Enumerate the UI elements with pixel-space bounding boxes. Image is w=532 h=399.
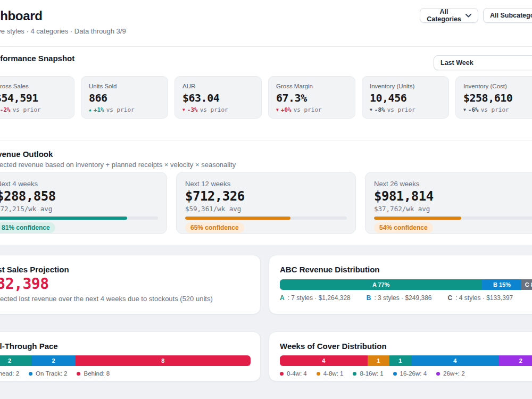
legend-text: Behind: 8 [84,370,110,377]
kpi-card-gross-margin: Gross Margin 67.3% ▼ +0% vs prior [268,76,355,119]
legend-dot-icon [29,372,32,376]
dashboard-screen: Dashboard 14 active styles · 4 categorie… [0,0,532,399]
outlook-card-12-weeks: Next 12 weeks $712,326 $59,361/wk avg 65… [176,172,356,234]
sell-through-segment-on-track: 2 [31,355,75,366]
revenue-outlook-title: Revenue Outlook [0,149,53,159]
abc-distribution-title: ABC Revenue Distribution [280,265,532,274]
lost-sales-title: Lost Sales Projection [0,265,250,274]
weeks-cover-segment-26w-plus: 2 [499,355,532,366]
delta-suffix: vs prior [13,106,41,113]
legend-item: Ahead: 2 [0,370,19,377]
category-filter-label: All Categories [427,8,461,23]
legend-item: 0-4w: 4 [280,370,307,377]
legend-dot-icon [317,372,320,376]
legend-item: On Track: 2 [29,370,67,377]
outlook-value: $712,326 [185,189,347,203]
performance-section-title: Performance Snapshot [0,54,74,63]
delta-arrow-icon: ▼ [463,107,466,112]
legend-item: 26w+: 2 [436,370,465,377]
revenue-outlook-subtitle: Projected revenue based on inventory + p… [0,161,236,169]
delta-suffix: vs prior [294,106,322,113]
delta-suffix: vs prior [200,106,228,113]
abc-bar-segment-b: B 15% [482,279,521,290]
kpi-label: AUR [182,83,254,89]
category-filter-select[interactable]: All Categories [420,8,478,23]
confidence-progress-fill [0,217,127,220]
page-header: Dashboard 14 active styles · 4 categorie… [0,0,532,47]
abc-legend-letter: A [280,294,285,302]
weeks-cover-title: Weeks of Cover Distribution [280,342,532,351]
kpi-label: Gross Sales [0,83,66,89]
kpi-delta: ▼ -8% vs prior [370,106,441,113]
abc-legend-item: C: 4 styles · $133,397 [448,294,513,302]
sell-through-stacked-bar: 2 2 8 [0,355,251,366]
confidence-progress-fill [185,217,290,220]
delta-arrow-icon: ▼ [276,107,279,112]
kpi-label: Inventory (Cost) [463,83,532,89]
sell-through-segment-behind: 8 [76,355,251,366]
performance-snapshot-section: Performance Snapshot Last Week Gross Sal… [0,47,532,140]
confidence-badge: 65% confidence [185,222,244,233]
kpi-card-inventory-cost: Inventory (Cost) $258,610 ▼ -6% vs prior [455,76,532,119]
page-subtitle: 14 active styles · 4 categories · Data t… [0,27,126,35]
kpi-delta: ▼ +0% vs prior [276,106,347,113]
abc-stacked-bar: A 77% B 15% C 8% [280,279,532,290]
legend-dot-icon [353,372,356,376]
kpi-delta: ▼ -2% vs prior [0,106,66,113]
abc-legend-letter: B [367,294,371,302]
legend-item: 16-26w: 4 [393,370,427,377]
delta-value: +1% [94,106,104,113]
confidence-progress-track [0,217,158,220]
subcategory-filter-label: All Subcategories [490,12,532,19]
delta-suffix: vs prior [387,106,415,113]
legend-text: 26w+: 2 [443,370,465,377]
outlook-value: $288,858 [0,189,158,203]
sell-through-card: Sell-Through Pace 2 2 8 Ahead: 2 On Trac… [0,331,261,381]
outlook-card-row: Next 4 weeks $288,858 $72,215/wk avg 81%… [0,172,532,234]
period-select-label: Last Week [440,59,473,66]
outlook-card-26-weeks: Next 26 weeks $981,814 $37,762/wk avg 54… [365,172,532,234]
sell-through-segment-ahead: 2 [0,355,31,366]
legend-item: 4-8w: 1 [317,370,344,377]
sell-through-title: Sell-Through Pace [0,342,250,351]
abc-bar-segment-a: A 77% [280,279,482,290]
abc-legend-text: : 7 styles · $1,264,328 [288,294,351,302]
weeks-cover-legend: 0-4w: 4 4-8w: 1 8-16w: 1 16-26w: 4 26w+:… [280,370,532,377]
weeks-cover-segment-8-16w: 1 [389,355,411,366]
revenue-outlook-section: Revenue Outlook Projected revenue based … [0,140,532,245]
outlook-label: Next 4 weeks [0,180,158,188]
kpi-value: 67.3% [276,92,347,104]
legend-text: 16-26w: 4 [400,370,427,377]
weeks-cover-segment-4-8w: 1 [368,355,389,366]
delta-value: -6% [468,106,479,113]
legend-dot-icon [393,372,397,376]
kpi-card-aur: AUR $63.04 ▼ -3% vs prior [174,76,262,119]
kpi-delta: ▼ -3% vs prior [182,106,254,113]
period-select[interactable]: Last Week [434,55,532,70]
legend-text: Ahead: 2 [0,370,19,377]
delta-value: -2% [0,106,11,113]
lost-sales-card: Lost Sales Projection $32,398 Projected … [0,255,261,314]
confidence-progress-track [374,217,532,220]
outlook-label: Next 26 weeks [374,180,532,188]
confidence-progress-track [185,217,347,220]
kpi-value: $63.04 [182,92,254,104]
confidence-badge: 54% confidence [374,222,433,233]
confidence-progress-fill [374,217,461,220]
legend-text: 4-8w: 1 [323,370,344,377]
sell-through-legend: Ahead: 2 On Track: 2 Behind: 8 [0,370,250,377]
legend-dot-icon [436,372,440,376]
kpi-card-gross-sales: Gross Sales $54,591 ▼ -2% vs prior [0,76,74,119]
kpi-delta: ▲ +1% vs prior [89,106,160,113]
kpi-label: Inventory (Units) [370,83,441,89]
kpi-delta: ▼ -6% vs prior [463,106,532,113]
kpi-label: Gross Margin [276,83,347,89]
subcategory-filter-select[interactable]: All Subcategories [483,8,532,23]
abc-legend: A: 7 styles · $1,264,328 B: 3 styles · $… [280,294,532,302]
kpi-value: 866 [89,92,160,104]
delta-suffix: vs prior [481,106,509,113]
delta-arrow-icon: ▲ [89,107,92,112]
kpi-card-inventory-units: Inventory (Units) 10,456 ▼ -8% vs prior [362,76,449,119]
abc-legend-text: : 4 styles · $133,397 [455,294,513,302]
lost-sales-value: $32,398 [0,276,250,292]
